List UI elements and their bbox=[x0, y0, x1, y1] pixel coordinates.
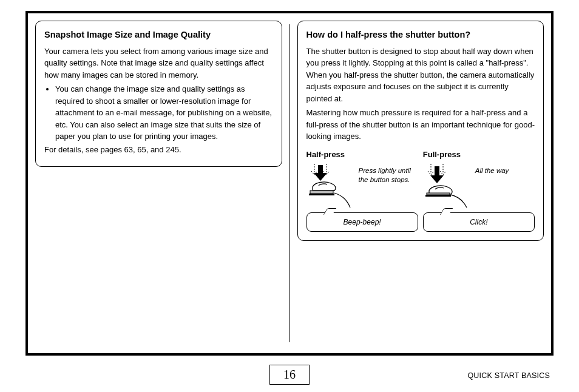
full-press-caption: All the way bbox=[475, 163, 509, 175]
svg-rect-11 bbox=[425, 195, 451, 197]
left-bullet-list: You can change the image size and qualit… bbox=[55, 83, 273, 143]
full-press-diagram bbox=[423, 163, 472, 210]
svg-rect-8 bbox=[435, 166, 439, 176]
svg-marker-9 bbox=[430, 175, 444, 183]
full-press-label: Full-press bbox=[423, 149, 535, 161]
svg-rect-10 bbox=[427, 193, 450, 195]
half-press-sound-bubble: Beep-beep! bbox=[306, 212, 418, 232]
right-title: How do I half-press the shutter button? bbox=[306, 29, 535, 42]
left-column: Snapshot Image Size and Image Quality Yo… bbox=[28, 21, 290, 346]
half-press-sound: Beep-beep! bbox=[344, 218, 381, 226]
full-press-sound: Click! bbox=[470, 218, 487, 226]
press-diagrams-row: Half-press bbox=[306, 149, 535, 232]
full-press-diagram-wrap: All the way bbox=[423, 163, 535, 210]
left-title: Snapshot Image Size and Image Quality bbox=[44, 29, 273, 42]
left-details: For details, see pages 63, 65, and 245. bbox=[44, 144, 273, 156]
half-press-label: Half-press bbox=[306, 149, 418, 161]
svg-rect-4 bbox=[310, 191, 333, 194]
half-press-caption: Press lightly until the button stops. bbox=[359, 163, 418, 184]
svg-rect-2 bbox=[318, 165, 323, 174]
page-number: 16 bbox=[269, 365, 310, 385]
right-column: How do I half-press the shutter button? … bbox=[290, 21, 552, 346]
half-press-box: How do I half-press the shutter button? … bbox=[297, 21, 544, 241]
snapshot-settings-box: Snapshot Image Size and Image Quality Yo… bbox=[35, 21, 282, 167]
half-press-diagram bbox=[306, 163, 355, 210]
right-para1: The shutter button is designed to stop a… bbox=[306, 46, 535, 105]
page-frame: Snapshot Image Size and Image Quality Yo… bbox=[25, 11, 554, 356]
half-press-column: Half-press bbox=[306, 149, 418, 232]
svg-rect-5 bbox=[309, 194, 334, 195]
footer-section-label: QUICK START BASICS bbox=[467, 371, 550, 380]
full-press-column: Full-press bbox=[423, 149, 535, 232]
left-intro: Your camera lets you select from among v… bbox=[44, 46, 273, 81]
svg-marker-3 bbox=[314, 173, 327, 181]
left-bullet: You can change the image size and qualit… bbox=[55, 83, 273, 143]
half-press-diagram-wrap: Press lightly until the button stops. bbox=[306, 163, 418, 210]
right-para2: Mastering how much pressure is required … bbox=[306, 107, 535, 143]
content-columns: Snapshot Image Size and Image Quality Yo… bbox=[28, 21, 551, 346]
full-press-sound-bubble: Click! bbox=[423, 212, 535, 232]
